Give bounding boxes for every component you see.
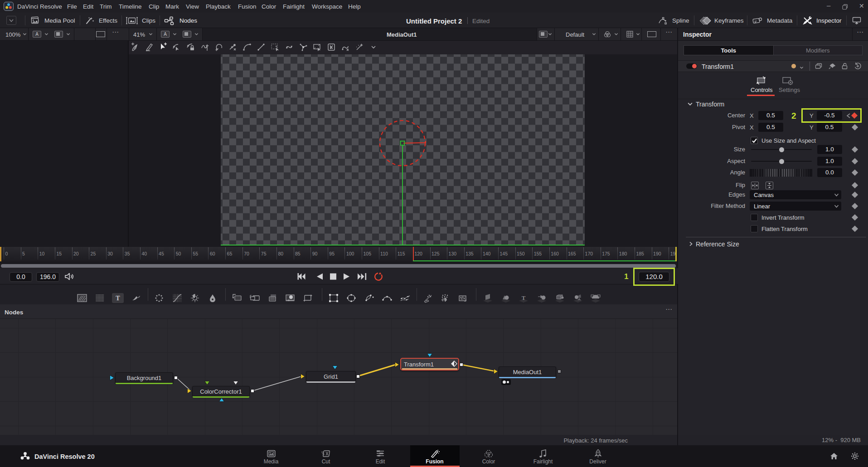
svg-text:T: T (522, 294, 526, 301)
svg-text:T: T (116, 295, 120, 302)
